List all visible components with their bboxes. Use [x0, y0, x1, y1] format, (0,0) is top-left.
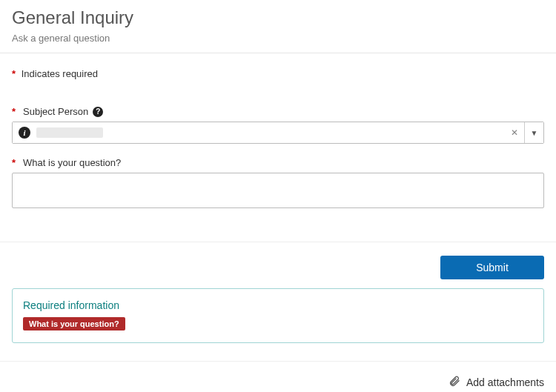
- required-info-panel: Required information What is your questi…: [12, 288, 544, 343]
- paperclip-icon[interactable]: [449, 375, 460, 390]
- subject-person-field: * Subject Person ? i ✕ ▼: [12, 106, 544, 144]
- add-attachments-link[interactable]: Add attachments: [466, 376, 544, 388]
- subject-person-select[interactable]: i ✕ ▼: [12, 122, 544, 144]
- question-label: What is your question?: [23, 157, 121, 168]
- required-star-icon: *: [12, 68, 16, 79]
- subject-person-label-row: * Subject Person ?: [12, 106, 544, 117]
- required-legend: * Indicates required: [12, 68, 544, 79]
- subject-person-select-main[interactable]: i: [13, 122, 505, 143]
- page-title: General Inquiry: [12, 7, 544, 28]
- question-label-row: * What is your question?: [12, 157, 544, 168]
- required-star-icon: *: [12, 106, 16, 117]
- clear-icon[interactable]: ✕: [505, 122, 524, 143]
- footer: Add attachments: [0, 361, 556, 392]
- subject-person-value: [36, 127, 103, 138]
- submit-button[interactable]: Submit: [440, 256, 544, 279]
- info-icon: i: [19, 127, 30, 139]
- required-info-title: Required information: [23, 299, 533, 311]
- question-field: * What is your question?: [12, 157, 544, 210]
- page-header: General Inquiry Ask a general question: [0, 0, 556, 53]
- chevron-down-icon[interactable]: ▼: [524, 122, 543, 143]
- form-body: * Indicates required * Subject Person ? …: [0, 53, 556, 242]
- required-star-icon: *: [12, 157, 16, 168]
- error-badge[interactable]: What is your question?: [23, 317, 125, 330]
- subject-person-label: Subject Person: [23, 106, 88, 117]
- help-icon[interactable]: ?: [93, 107, 103, 117]
- question-input[interactable]: [12, 173, 544, 208]
- required-legend-text: Indicates required: [21, 68, 98, 79]
- page-subtitle: Ask a general question: [12, 33, 544, 44]
- actions-row: Submit: [0, 242, 556, 279]
